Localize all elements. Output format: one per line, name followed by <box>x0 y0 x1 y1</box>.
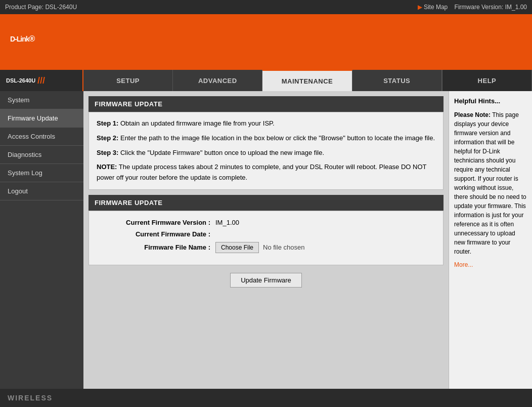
firmware-form-box: Current Firmware Version : IM_1.00 Curre… <box>88 211 444 265</box>
file-input-area: Choose File No file chosen <box>215 242 304 253</box>
current-version-label: Current Firmware Version : <box>99 219 210 226</box>
step2-label: Step 2: <box>97 134 118 142</box>
step1-label: Step 1: <box>97 119 118 127</box>
tab-status[interactable]: STATUS <box>352 70 442 91</box>
current-date-label: Current Firmware Date : <box>99 230 210 238</box>
update-button-area: Update Firmware <box>88 265 444 295</box>
sidebar-item-system-log[interactable]: System Log <box>0 164 83 182</box>
sidebar-item-diagnostics[interactable]: Diagnostics <box>0 146 83 164</box>
content-area: FIRMWARE UPDATE Step 1: Obtain an update… <box>83 91 449 389</box>
firmware-update-section-title: FIRMWARE UPDATE <box>88 96 444 112</box>
update-firmware-button[interactable]: Update Firmware <box>230 273 302 288</box>
tab-maintenance[interactable]: MAINTENANCE <box>262 70 352 91</box>
sidebar-item-logout[interactable]: Logout <box>0 182 83 200</box>
no-file-text: No file chosen <box>263 243 304 251</box>
sidebar-item-access-controls[interactable]: Access Controls <box>0 128 83 146</box>
top-bar: Product Page: DSL-2640U ▶Site Map Firmwa… <box>0 0 532 14</box>
firmware-version-label: Firmware Version: IM_1.00 <box>455 4 527 11</box>
tab-help[interactable]: HELP <box>442 70 532 91</box>
top-right: ▶Site Map Firmware Version: IM_1.00 <box>418 4 527 11</box>
header: D-Link® <box>0 14 532 70</box>
tab-setup[interactable]: SETUP <box>83 70 173 91</box>
help-body-text: This page displays your device firmware … <box>454 111 526 255</box>
help-body: Please Note: This page displays your dev… <box>454 110 527 256</box>
sitemap-link[interactable]: Site Map <box>424 4 448 11</box>
sitemap-arrow: ▶ <box>418 4 422 11</box>
logo-reg: ® <box>29 34 35 43</box>
product-label: Product Page: DSL-2640U <box>5 4 77 11</box>
step3-text: Step 3: Click the "Update Firmware" butt… <box>97 148 435 158</box>
step3-label: Step 3: <box>97 149 118 156</box>
sidebar-item-system[interactable]: System <box>0 91 83 109</box>
sidebar: System Firmware Update Access Controls D… <box>0 91 83 389</box>
sidebar-item-firmware-update[interactable]: Firmware Update <box>0 109 83 128</box>
main-layout: System Firmware Update Access Controls D… <box>0 91 532 389</box>
more-link[interactable]: More... <box>454 260 527 269</box>
current-version-value: IM_1.00 <box>215 219 239 226</box>
help-panel: Helpful Hints... Please Note: This page … <box>449 91 532 389</box>
firmware-date-row: Current Firmware Date : <box>99 230 433 238</box>
firmware-update-form-title: FIRMWARE UPDATE <box>88 195 444 211</box>
please-note-label: Please Note: <box>454 111 491 118</box>
tab-advanced[interactable]: ADVANCED <box>173 70 262 91</box>
choose-file-button[interactable]: Choose File <box>215 242 259 253</box>
nav-tabs: DSL-2640U /// SETUP ADVANCED MAINTENANCE… <box>0 70 532 91</box>
note-text: NOTE: The update process takes about 2 m… <box>97 162 435 183</box>
firmware-info-box: Step 1: Obtain an updated firmware image… <box>88 112 444 190</box>
firmware-version-row: Current Firmware Version : IM_1.00 <box>99 219 433 226</box>
nav-slashes: /// <box>37 75 45 86</box>
firmware-file-row: Firmware File Name : Choose File No file… <box>99 242 433 253</box>
wireless-label: WIRELESS <box>8 394 53 402</box>
help-title: Helpful Hints... <box>454 96 527 106</box>
note-label: NOTE: <box>97 163 117 171</box>
logo: D-Link® <box>10 31 34 53</box>
device-label: DSL-2640U /// <box>0 70 83 91</box>
step1-text: Step 1: Obtain an updated firmware image… <box>97 118 435 129</box>
step2-text: Step 2: Enter the path to the image file… <box>97 133 435 144</box>
firmware-file-label: Firmware File Name : <box>99 243 210 251</box>
bottom-bar: WIRELESS <box>0 389 532 407</box>
logo-text: D-Link <box>10 35 29 43</box>
